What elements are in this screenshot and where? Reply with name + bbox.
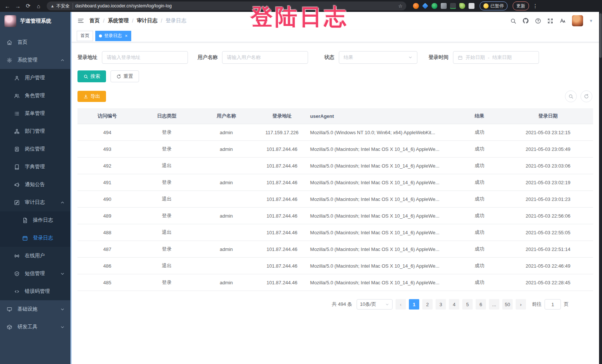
sidebar-item-角色管理[interactable]: 角色管理: [0, 87, 70, 105]
update-button[interactable]: 更新: [513, 1, 529, 10]
goto-page-input[interactable]: 1: [545, 299, 561, 310]
refresh-button[interactable]: [580, 90, 592, 102]
breadcrumb-item[interactable]: 系统管理: [108, 17, 129, 24]
sidebar-item-在线用户[interactable]: 在线用户: [0, 247, 70, 265]
table-row[interactable]: 490退出101.87.244.46Mozilla/5.0 (Macintosh…: [77, 191, 593, 208]
sidebar-item-部门管理[interactable]: 部门管理: [0, 122, 70, 140]
online-icon: [14, 253, 20, 259]
sidebar-item-菜单管理[interactable]: 菜单管理: [0, 105, 70, 122]
leaf-extension-icon[interactable]: [459, 3, 465, 9]
search-button[interactable]: 搜索: [77, 70, 106, 82]
fullscreen-icon[interactable]: [547, 18, 553, 24]
sidebar-item-label: 首页: [17, 39, 27, 46]
table-row[interactable]: 489登录admin101.87.244.46Mozilla/5.0 (Maci…: [77, 208, 593, 224]
table-cell: 486: [77, 258, 137, 274]
sidebar-item-系统管理[interactable]: 系统管理: [0, 51, 70, 69]
grid-extension-icon[interactable]: [441, 3, 447, 9]
table-row[interactable]: 487登录admin101.87.244.46Mozilla/5.0 (Maci…: [77, 241, 593, 258]
page-content: 登录地址 请输入登录地址 用户名称 请输入用户名称 状态 结果 登录时间 开始日…: [72, 42, 599, 310]
table-row[interactable]: 492退出101.87.244.46Mozilla/5.0 (Macintosh…: [77, 158, 593, 174]
sidebar-item-审计日志[interactable]: 审计日志: [0, 193, 70, 211]
sidebar-item-研发工具[interactable]: 研发工具: [0, 318, 70, 336]
help-icon[interactable]: [535, 18, 541, 24]
address-bar[interactable]: ▲ 不安全 dashboard.yudao.iocoder.cn/system/…: [47, 1, 406, 10]
browser-back-icon[interactable]: ←: [3, 1, 12, 10]
table-row[interactable]: 485登录admin101.87.244.46Mozilla/5.0 (Maci…: [77, 274, 593, 291]
header-actions: ▼: [510, 15, 593, 26]
date-range-picker[interactable]: 开始日期 - 结束日期: [453, 51, 539, 64]
audit-log-icon: [14, 200, 20, 205]
page-button-2[interactable]: 2: [422, 299, 433, 310]
browser-reload-icon[interactable]: ⟳: [24, 1, 33, 10]
sidebar-item-基础设施[interactable]: 基础设施: [0, 300, 70, 318]
user-icon: [14, 75, 20, 81]
prev-page-button[interactable]: ‹: [396, 299, 406, 310]
font-size-icon[interactable]: [559, 17, 566, 24]
login-address-input[interactable]: 请输入登录地址: [102, 51, 188, 64]
sidebar-item-通知公告[interactable]: 通知公告: [0, 176, 70, 193]
table-row[interactable]: 491登录admin101.87.244.46Mozilla/5.0 (Maci…: [77, 174, 593, 191]
next-page-button[interactable]: ›: [516, 299, 526, 310]
sidebar-scrollbar[interactable]: [70, 12, 72, 364]
search-icon[interactable]: [510, 18, 516, 24]
sidebar-item-首页[interactable]: 首页: [0, 33, 70, 51]
blue-gem-extension-icon[interactable]: [422, 3, 429, 9]
close-icon[interactable]: ×: [125, 33, 128, 39]
github-icon[interactable]: [522, 17, 529, 24]
green-heart-extension-icon[interactable]: [431, 3, 437, 9]
filter-login-time: 登录时间 开始日期 - 结束日期: [429, 51, 539, 64]
security-warning[interactable]: ▲ 不安全: [50, 3, 73, 9]
annotation-overlay-text: 登陆日志: [251, 2, 348, 32]
page-button-1[interactable]: 1: [409, 299, 419, 310]
sidebar-item-登录日志[interactable]: 登录日志: [0, 229, 70, 247]
username-input[interactable]: 请输入用户名称: [222, 51, 308, 64]
table-row[interactable]: 486退出101.87.244.46Mozilla/5.0 (Macintosh…: [77, 258, 593, 274]
page-button-4[interactable]: 4: [449, 299, 459, 310]
sidebar-item-用户管理[interactable]: 用户管理: [0, 69, 70, 87]
table-cell: admin: [196, 124, 256, 141]
browser-scrollbar[interactable]: [599, 12, 602, 364]
table-row[interactable]: 493登录admin101.87.244.46Mozilla/5.0 (Maci…: [77, 141, 593, 158]
sidebar-item-岗位管理[interactable]: 岗位管理: [0, 140, 70, 158]
table-cell: Mozilla/5.0 (Macintosh; Intel Mac OS X 1…: [308, 258, 456, 274]
browser-home-icon[interactable]: ⌂: [34, 1, 43, 10]
bookmark-star-icon[interactable]: ☆: [398, 3, 403, 9]
table-row[interactable]: 488退出101.87.244.46Mozilla/5.0 (Macintosh…: [77, 224, 593, 241]
scrollbar-thumb[interactable]: [599, 13, 602, 58]
sidebar-item-操作日志[interactable]: 操作日志: [0, 211, 70, 229]
home-icon: [7, 40, 12, 45]
table-cell: 成功: [456, 141, 503, 158]
page-button-50[interactable]: 50: [502, 299, 513, 310]
tag-首页[interactable]: 首页: [77, 31, 93, 41]
table-cell: 成功: [456, 224, 503, 241]
status-select[interactable]: 结果: [339, 51, 417, 64]
sidebar-item-短信管理[interactable]: 短信管理: [0, 265, 70, 282]
toggle-search-button[interactable]: [565, 90, 577, 102]
page-size-select[interactable]: 10条/页: [357, 299, 393, 310]
page-button-5[interactable]: 5: [462, 299, 473, 310]
table-row[interactable]: 494登录admin117.159.17.226Mozilla/5.0 (Win…: [77, 124, 593, 141]
export-button[interactable]: 导出: [77, 91, 106, 102]
browser-forward-icon[interactable]: →: [13, 1, 22, 10]
tag-登录日志[interactable]: 登录日志×: [95, 31, 131, 41]
paused-chip[interactable]: 已暂停: [480, 1, 507, 10]
sidebar-item-字典管理[interactable]: 字典管理: [0, 158, 70, 176]
page-ellipsis[interactable]: ...: [489, 299, 499, 310]
collapse-sidebar-icon[interactable]: [77, 17, 84, 24]
table-cell: 101.87.244.46: [256, 158, 308, 174]
page-button-3[interactable]: 3: [436, 299, 446, 310]
table-cell: 成功: [456, 241, 503, 258]
puzzle-extension-icon[interactable]: [469, 3, 474, 9]
breadcrumb-item[interactable]: 首页: [89, 17, 100, 24]
browser-menu-icon[interactable]: ⋮: [531, 3, 539, 9]
logo-row[interactable]: 芋道管理系统: [0, 12, 70, 30]
user-avatar[interactable]: [572, 15, 583, 26]
sidebar-item-错误码管理[interactable]: 错误码管理: [0, 282, 70, 300]
avatar-caret-down-icon[interactable]: ▼: [589, 19, 593, 23]
filter-form: 登录地址 请输入登录地址 用户名称 请输入用户名称 状态 结果 登录时间 开始日…: [77, 51, 593, 64]
tabs-on-extension-icon[interactable]: [450, 3, 456, 9]
reset-button[interactable]: 重置: [110, 70, 139, 82]
orange-extension-icon[interactable]: [413, 3, 419, 9]
page-button-6[interactable]: 6: [476, 299, 486, 310]
breadcrumb-item[interactable]: 审计日志: [137, 17, 158, 24]
